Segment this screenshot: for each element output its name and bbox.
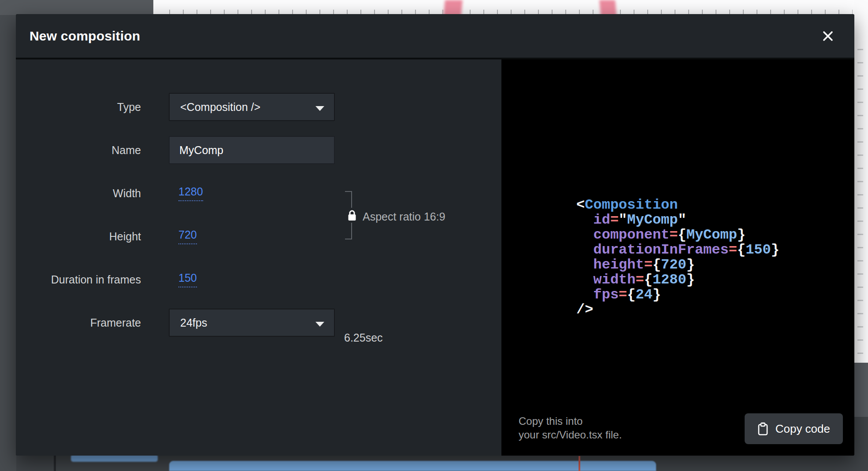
code-token: fps xyxy=(593,287,619,303)
code-preview-panel: <Composition id="MyComp" component={MyCo… xyxy=(501,59,854,456)
form-row-height: Height 720 xyxy=(16,222,501,250)
width-value[interactable]: 1280 xyxy=(178,185,203,201)
new-composition-dialog: New composition Type <Composition /> xyxy=(16,14,854,456)
aspect-ratio-label: Aspect ratio 16:9 xyxy=(363,210,445,223)
code-token: 24 xyxy=(635,287,652,303)
code-line: id="MyComp" xyxy=(576,213,779,228)
code-line: /> xyxy=(576,302,779,317)
code-token: Composition xyxy=(585,197,678,213)
duration-value[interactable]: 150 xyxy=(178,272,197,287)
code-snippet: <Composition id="MyComp" component={MyCo… xyxy=(576,198,779,317)
dialog-title: New composition xyxy=(16,29,140,44)
code-token: { xyxy=(627,287,635,303)
code-token: = xyxy=(610,212,619,228)
code-token: { xyxy=(644,272,653,288)
code-token: durationInFrames xyxy=(593,242,728,258)
code-token: = xyxy=(644,257,653,273)
screen: New composition Type <Composition /> xyxy=(0,0,868,471)
form-row-name: Name xyxy=(16,136,501,164)
close-icon xyxy=(822,30,834,42)
name-label: Name xyxy=(16,144,141,157)
code-token xyxy=(576,287,593,303)
code-token: < xyxy=(576,197,585,213)
duration-label: Duration in frames xyxy=(16,273,141,286)
code-token xyxy=(576,227,593,243)
dialog-header: New composition xyxy=(16,14,854,59)
copy-code-button[interactable]: Copy code xyxy=(745,413,843,444)
chevron-down-icon xyxy=(315,106,324,111)
close-button[interactable] xyxy=(822,30,834,42)
background-topleft-panel xyxy=(0,0,153,15)
code-line: width={1280} xyxy=(576,272,779,287)
code-token: } xyxy=(653,287,661,303)
code-token: " xyxy=(619,212,627,228)
code-token: { xyxy=(653,257,661,273)
code-token: } xyxy=(771,242,779,258)
type-label: Type xyxy=(16,101,141,114)
copy-hint-line2: your src/Video.tsx file. xyxy=(519,428,622,442)
code-line: component={MyComp} xyxy=(576,228,779,243)
code-token: = xyxy=(635,272,644,288)
framerate-select[interactable]: 24fps xyxy=(169,309,335,337)
code-token: MyComp xyxy=(627,212,678,228)
framerate-label: Framerate xyxy=(16,316,141,329)
background-right-gray-block xyxy=(854,363,868,417)
composition-form: Type <Composition /> Name Width 1280 Hei… xyxy=(16,59,501,456)
code-token xyxy=(576,272,593,288)
framerate-select-value: 24fps xyxy=(180,316,207,329)
background-divider-line xyxy=(54,456,56,471)
type-select-value: <Composition /> xyxy=(180,101,260,114)
code-token: } xyxy=(686,257,695,273)
code-token: id xyxy=(593,212,610,228)
type-select[interactable]: <Composition /> xyxy=(169,93,335,121)
code-token: } xyxy=(737,227,746,243)
width-label: Width xyxy=(16,187,141,200)
code-token: } xyxy=(686,272,695,288)
code-token xyxy=(576,212,593,228)
clipboard-icon xyxy=(757,422,768,436)
name-input[interactable] xyxy=(169,136,335,164)
form-row-duration: Duration in frames 150 xyxy=(16,265,501,294)
code-token: = xyxy=(619,287,627,303)
copy-hint-line1: Copy this into xyxy=(519,414,622,428)
form-row-type: Type <Composition /> xyxy=(16,93,501,121)
code-token: { xyxy=(737,242,746,258)
code-token: width xyxy=(593,272,635,288)
code-token xyxy=(576,257,593,273)
code-token: 1280 xyxy=(653,272,686,288)
height-label: Height xyxy=(16,230,141,243)
background-ruler-marks xyxy=(857,37,863,363)
background-playhead-line xyxy=(579,456,580,471)
chevron-down-icon xyxy=(315,322,324,327)
code-token: component xyxy=(593,227,669,243)
code-line: <Composition xyxy=(576,198,779,213)
code-token: = xyxy=(729,242,737,258)
code-token: " xyxy=(678,212,686,228)
code-token: { xyxy=(678,227,686,243)
form-row-width: Width 1280 xyxy=(16,179,501,207)
background-left-column xyxy=(0,0,16,471)
dialog-body: Type <Composition /> Name Width 1280 Hei… xyxy=(16,59,854,456)
duration-seconds-label: 6.25sec xyxy=(344,331,383,344)
background-timeline-track xyxy=(169,461,656,471)
aspect-lock[interactable] xyxy=(346,208,358,223)
code-line: durationInFrames={150} xyxy=(576,243,779,258)
code-token: MyComp xyxy=(686,227,737,243)
code-token: 720 xyxy=(661,257,686,273)
lock-icon xyxy=(347,210,357,221)
form-row-framerate: Framerate 24fps xyxy=(16,309,501,337)
code-line: height={720} xyxy=(576,258,779,272)
code-token: = xyxy=(669,227,678,243)
code-token: height xyxy=(593,257,644,273)
copy-hint: Copy this into your src/Video.tsx file. xyxy=(519,414,622,442)
code-token: /> xyxy=(576,302,593,318)
code-line: fps={24} xyxy=(576,287,779,302)
code-token: 150 xyxy=(746,242,771,258)
code-token xyxy=(576,242,593,258)
height-value[interactable]: 720 xyxy=(178,228,197,244)
copy-code-label: Copy code xyxy=(775,422,830,436)
